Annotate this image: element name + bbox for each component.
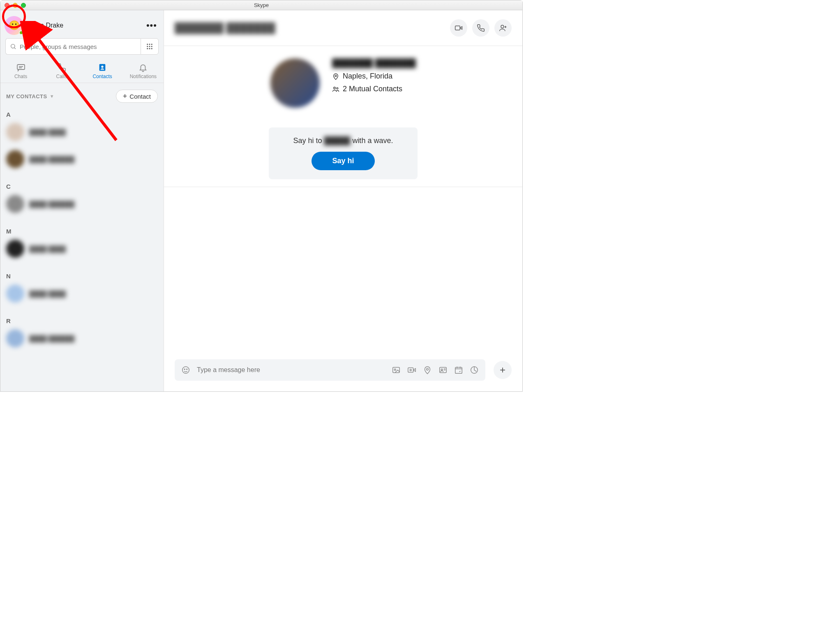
bell-icon <box>138 62 148 73</box>
svg-point-25 <box>184 369 185 370</box>
svg-point-28 <box>394 369 396 370</box>
main-pane: ███████ ███████ <box>164 10 522 391</box>
contacts-section-title[interactable]: MY CONTACTS ▼ <box>6 93 54 99</box>
tab-notifications[interactable]: Notifications <box>123 60 164 83</box>
tab-chats[interactable]: Chats <box>0 60 41 83</box>
svg-point-1 <box>11 44 15 48</box>
contacts-list[interactable]: A ████ ████ ████ ██████ C ████ ██████ <box>0 108 164 391</box>
contact-row[interactable]: ████ ████ <box>0 237 164 260</box>
phone-icon <box>57 62 66 73</box>
search-row <box>0 38 164 60</box>
message-input[interactable] <box>197 366 385 374</box>
share-location-button[interactable] <box>423 365 432 375</box>
svg-point-9 <box>147 48 148 49</box>
app-window: Skype 🙂 Alexa Drake ••• <box>0 0 523 392</box>
my-profile-row: 🙂 Alexa Drake ••• <box>0 10 164 38</box>
contact-name: ████ ████ <box>29 129 66 136</box>
add-participant-button[interactable] <box>494 19 512 37</box>
svg-point-18 <box>501 25 504 28</box>
more-options-button[interactable]: + <box>494 361 512 379</box>
close-window-button[interactable] <box>5 3 9 8</box>
composer-wrap: + <box>164 352 522 391</box>
contact-name: ███████ ███████ <box>332 58 416 68</box>
contact-row[interactable]: ████ ██████ <box>0 148 164 171</box>
message-composer[interactable] <box>175 359 485 381</box>
presence-indicator <box>19 30 23 35</box>
section-letter: A <box>0 108 164 120</box>
contact-avatar <box>6 123 24 141</box>
contact-location: Naples, Florida <box>332 72 416 81</box>
svg-point-6 <box>147 46 148 47</box>
plus-icon: + <box>123 92 127 100</box>
svg-rect-36 <box>455 368 462 374</box>
svg-point-21 <box>335 75 337 76</box>
search-box[interactable] <box>5 38 141 55</box>
tab-contacts[interactable]: Contacts <box>82 60 123 83</box>
add-contact-button[interactable]: + Contact <box>116 90 158 103</box>
chat-scroll-area[interactable] <box>164 187 522 352</box>
app-body: 🙂 Alexa Drake ••• <box>0 10 522 391</box>
svg-point-7 <box>149 46 150 47</box>
contact-avatar <box>6 240 24 258</box>
minimize-window-button[interactable] <box>13 3 18 8</box>
svg-point-22 <box>334 87 336 89</box>
my-avatar[interactable]: 🙂 <box>5 16 23 35</box>
share-contact-button[interactable] <box>438 365 448 375</box>
chat-header: ███████ ███████ <box>164 10 522 46</box>
contact-row[interactable]: ████ ████ <box>0 120 164 143</box>
more-menu-button[interactable]: ••• <box>146 20 157 31</box>
section-letter: M <box>0 224 164 237</box>
section-letter: R <box>0 314 164 327</box>
nav-tabs: Chats Calls Contacts <box>0 60 164 83</box>
window-controls <box>0 3 26 8</box>
tab-calls[interactable]: Calls <box>41 60 82 83</box>
contact-name: ████ ██████ <box>29 201 74 208</box>
attach-image-button[interactable] <box>392 365 401 375</box>
mutual-contacts: 2 Mutual Contacts <box>332 85 416 93</box>
audio-call-button[interactable] <box>472 19 489 37</box>
search-icon <box>10 43 16 50</box>
contact-name: ████ ████ <box>29 245 66 252</box>
plus-icon: + <box>500 365 505 375</box>
people-icon <box>332 86 339 93</box>
svg-point-23 <box>337 87 338 89</box>
tab-label: Notifications <box>130 74 157 79</box>
contacts-icon <box>98 62 107 73</box>
tab-label: Calls <box>56 74 67 79</box>
svg-line-2 <box>14 48 16 49</box>
svg-point-11 <box>151 48 152 49</box>
titlebar: Skype <box>0 0 522 10</box>
chat-contact-name[interactable]: ███████ ███████ <box>175 22 444 34</box>
chat-icon <box>16 62 26 73</box>
contact-avatar <box>6 329 24 347</box>
video-message-button[interactable] <box>407 365 416 375</box>
wave-text: Say hi to █████ with a wave. <box>293 136 393 145</box>
svg-rect-29 <box>408 368 413 372</box>
dialpad-button[interactable] <box>141 38 159 55</box>
svg-point-30 <box>410 369 411 371</box>
contacts-section-header: MY CONTACTS ▼ + Contact <box>0 83 164 108</box>
create-poll-button[interactable] <box>470 365 479 375</box>
contact-row[interactable]: ████ ██████ <box>0 192 164 215</box>
search-input[interactable] <box>20 43 136 50</box>
contact-row[interactable]: ████ ████ <box>0 282 164 305</box>
svg-point-5 <box>151 44 152 45</box>
contact-name: ████ ██████ <box>29 156 74 163</box>
svg-rect-12 <box>17 65 25 69</box>
say-hi-button[interactable]: Say hi <box>312 152 374 170</box>
phone-icon <box>477 24 485 32</box>
contact-profile-card: ███████ ███████ Naples, Florida 2 Mutua <box>164 46 522 187</box>
schedule-call-button[interactable] <box>454 365 463 375</box>
contact-avatar <box>6 195 24 213</box>
wave-prompt: Say hi to █████ with a wave. Say hi <box>269 127 418 179</box>
contact-large-avatar[interactable] <box>270 58 320 108</box>
maximize-window-button[interactable] <box>21 3 26 8</box>
contact-avatar <box>6 150 24 168</box>
my-profile-name[interactable]: Alexa Drake <box>28 22 142 29</box>
video-call-button[interactable] <box>450 19 467 37</box>
section-letter: N <box>0 269 164 282</box>
tab-label: Contacts <box>92 74 112 79</box>
sidebar: 🙂 Alexa Drake ••• <box>0 10 164 391</box>
emoji-button[interactable] <box>181 365 190 375</box>
contact-row[interactable]: ████ ██████ <box>0 327 164 350</box>
